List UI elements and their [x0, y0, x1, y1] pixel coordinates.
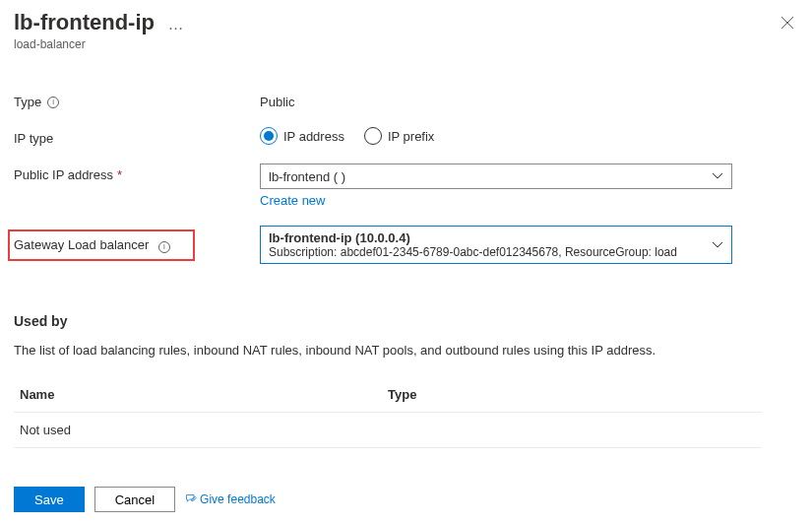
col-type: Type — [388, 387, 756, 402]
feedback-icon — [185, 493, 197, 505]
cancel-button[interactable]: Cancel — [94, 487, 175, 512]
create-new-link[interactable]: Create new — [260, 193, 325, 208]
public-ip-label: Public IP address* — [14, 164, 260, 182]
type-label: Type i — [14, 91, 260, 109]
col-name: Name — [20, 387, 388, 402]
type-value: Public — [260, 91, 732, 109]
info-icon[interactable]: i — [47, 97, 59, 108]
page-title: lb-frontend-ip — [14, 10, 155, 35]
info-icon[interactable]: i — [158, 241, 170, 253]
gateway-label-highlight: Gateway Load balancer i — [8, 229, 195, 261]
gateway-select[interactable]: lb-frontend-ip (10.0.0.4) Subscription: … — [260, 226, 732, 264]
save-button[interactable]: Save — [14, 487, 85, 512]
used-by-title: Used by — [14, 313, 798, 329]
public-ip-select[interactable]: lb-frontend ( ) — [260, 164, 732, 189]
close-icon — [781, 16, 794, 30]
radio-ip-address[interactable]: IP address — [260, 127, 344, 145]
give-feedback-link[interactable]: Give feedback — [185, 492, 276, 506]
chevron-down-icon — [712, 172, 723, 180]
radio-ip-prefix[interactable]: IP prefix — [364, 127, 434, 145]
close-button[interactable] — [781, 16, 794, 30]
more-menu-icon[interactable]: … — [168, 16, 185, 33]
table-row: Not used — [14, 413, 762, 448]
used-by-table: Name Type Not used — [14, 377, 762, 448]
chevron-down-icon — [712, 241, 723, 249]
used-by-desc: The list of load balancing rules, inboun… — [14, 343, 798, 358]
gateway-label: Gateway Load balancer — [14, 237, 149, 252]
page-subtitle: load-balancer — [14, 37, 798, 51]
ip-type-label: IP type — [14, 127, 260, 146]
